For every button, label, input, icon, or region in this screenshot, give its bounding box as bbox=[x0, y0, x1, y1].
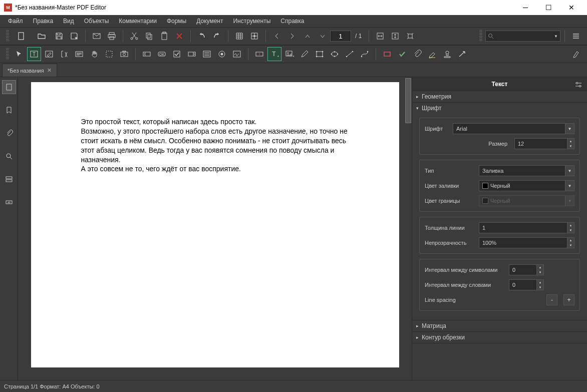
svg-text:T: T bbox=[272, 51, 276, 58]
email-button[interactable] bbox=[90, 29, 104, 43]
first-page-button[interactable] bbox=[300, 29, 314, 43]
combo-field-tool[interactable] bbox=[185, 47, 199, 61]
svg-text:T: T bbox=[33, 52, 36, 57]
insert-text-tool[interactable]: T+ bbox=[267, 47, 281, 61]
button-field-tool[interactable]: OK bbox=[155, 47, 169, 61]
bookmarks-button[interactable] bbox=[2, 103, 16, 117]
page-number-input[interactable] bbox=[330, 31, 351, 42]
menu-help[interactable]: Справка bbox=[276, 16, 308, 26]
print-button[interactable] bbox=[105, 29, 119, 43]
app-icon: M bbox=[4, 4, 12, 12]
section-geometry-header[interactable]: ▸ Геометрия bbox=[412, 91, 587, 102]
ellipse-tool[interactable] bbox=[328, 47, 342, 61]
section-clip-header[interactable]: ▸ Контур обрезки bbox=[412, 332, 587, 343]
menu-document[interactable]: Документ bbox=[192, 16, 227, 26]
opacity-input[interactable]: 100% ▲▼ bbox=[479, 237, 574, 248]
form-field-tool[interactable] bbox=[72, 47, 86, 61]
pencil-tool[interactable] bbox=[298, 47, 312, 61]
highlight-red-tool[interactable] bbox=[380, 47, 394, 61]
snapshot-tool[interactable] bbox=[117, 47, 131, 61]
menu-forms[interactable]: Формы bbox=[163, 16, 190, 26]
menu-edit[interactable]: Правка bbox=[29, 16, 58, 26]
insert-image-tool[interactable]: + bbox=[282, 47, 297, 61]
save-button[interactable] bbox=[52, 29, 66, 43]
delete-button[interactable] bbox=[172, 29, 186, 43]
svg-text:+: + bbox=[277, 54, 279, 59]
section-font-header[interactable]: ▾ Шрифт bbox=[412, 103, 587, 114]
close-button[interactable]: ✕ bbox=[560, 0, 583, 15]
search-panel-button[interactable] bbox=[2, 149, 16, 163]
settings-icon[interactable] bbox=[574, 80, 583, 89]
highlight-green-tool[interactable] bbox=[395, 47, 409, 61]
menu-lines-button[interactable] bbox=[569, 29, 583, 43]
grid-button[interactable] bbox=[232, 29, 246, 43]
next-page-button[interactable] bbox=[285, 29, 299, 43]
radio-field-tool[interactable] bbox=[215, 47, 229, 61]
menu-tools[interactable]: Инструменты bbox=[229, 16, 274, 26]
char-spacing-input[interactable]: 0 ▲▼ bbox=[509, 264, 544, 275]
spin-down-icon[interactable]: ▼ bbox=[567, 144, 574, 149]
signature-field-tool[interactable] bbox=[230, 47, 244, 61]
select-tool[interactable] bbox=[12, 47, 26, 61]
document-tab[interactable]: *Без названия ✕ bbox=[2, 64, 57, 77]
edit-text-tool[interactable]: T bbox=[27, 47, 41, 61]
menu-comments[interactable]: Комментарии bbox=[115, 16, 161, 26]
increase-line-spacing-button[interactable]: + bbox=[563, 294, 574, 305]
attachments-button[interactable] bbox=[2, 126, 16, 140]
fit-page-button[interactable] bbox=[388, 29, 402, 43]
cut-button[interactable] bbox=[127, 29, 141, 43]
stamp-tool[interactable] bbox=[440, 47, 454, 61]
minimize-button[interactable]: ─ bbox=[514, 0, 537, 15]
svg-point-48 bbox=[334, 56, 335, 57]
font-family-select[interactable]: Arial ▼ bbox=[453, 123, 574, 134]
page-canvas[interactable]: Это простой текст, который написан здесь… bbox=[31, 82, 399, 367]
marker-tool[interactable] bbox=[569, 47, 583, 61]
menu-objects[interactable]: Объекты bbox=[80, 16, 113, 26]
save-as-button[interactable] bbox=[67, 29, 81, 43]
actual-size-button[interactable] bbox=[403, 29, 417, 43]
rectangle-tool[interactable] bbox=[313, 47, 327, 61]
section-matrix-header[interactable]: ▸ Матрица bbox=[412, 320, 587, 331]
search-box[interactable]: ▼ bbox=[485, 31, 560, 42]
paste-button[interactable] bbox=[157, 29, 171, 43]
menu-view[interactable]: Вид bbox=[59, 16, 78, 26]
checkbox-field-tool[interactable] bbox=[170, 47, 184, 61]
layers-button[interactable] bbox=[2, 172, 16, 186]
snap-button[interactable] bbox=[247, 29, 261, 43]
svg-point-61 bbox=[576, 82, 578, 84]
list-field-tool[interactable] bbox=[200, 47, 214, 61]
selection-tool[interactable] bbox=[102, 47, 116, 61]
menu-file[interactable]: Файл bbox=[4, 16, 27, 26]
fit-width-button[interactable] bbox=[373, 29, 387, 43]
fields-button[interactable]: ab bbox=[2, 195, 16, 209]
font-size-input[interactable]: 12 ▲▼ bbox=[514, 138, 574, 149]
highlighter-tool[interactable] bbox=[425, 47, 439, 61]
fill-color-select[interactable]: Черный ▼ bbox=[479, 180, 574, 191]
line-width-input[interactable]: 1 ▲▼ bbox=[479, 222, 574, 233]
maximize-button[interactable]: ☐ bbox=[537, 0, 560, 15]
scrollbar-thumb[interactable] bbox=[405, 78, 411, 123]
prev-page-button[interactable] bbox=[270, 29, 284, 43]
last-page-button[interactable] bbox=[315, 29, 329, 43]
decrease-line-spacing-button[interactable]: - bbox=[546, 294, 557, 305]
vertical-text-tool[interactable] bbox=[57, 47, 71, 61]
text-field-tool[interactable] bbox=[140, 47, 154, 61]
word-spacing-input[interactable]: 0 ▲▼ bbox=[509, 279, 544, 290]
hand-tool[interactable] bbox=[87, 47, 101, 61]
copy-button[interactable] bbox=[142, 29, 156, 43]
attachment-tool[interactable] bbox=[410, 47, 424, 61]
curve-tool[interactable] bbox=[358, 47, 372, 61]
open-button[interactable] bbox=[32, 29, 51, 43]
close-tab-icon[interactable]: ✕ bbox=[47, 67, 52, 74]
vertical-scrollbar[interactable] bbox=[405, 77, 412, 380]
thumbnails-button[interactable] bbox=[2, 80, 16, 94]
fill-type-select[interactable]: Заливка ▼ bbox=[479, 165, 574, 176]
edit-form-tool[interactable] bbox=[42, 47, 56, 61]
line-tool[interactable] bbox=[343, 47, 357, 61]
link-tool[interactable] bbox=[252, 47, 266, 61]
arrow-tool[interactable] bbox=[455, 47, 469, 61]
spin-up-icon[interactable]: ▲ bbox=[567, 139, 574, 144]
undo-button[interactable] bbox=[195, 29, 209, 43]
redo-button[interactable] bbox=[210, 29, 224, 43]
new-button[interactable] bbox=[12, 29, 31, 43]
